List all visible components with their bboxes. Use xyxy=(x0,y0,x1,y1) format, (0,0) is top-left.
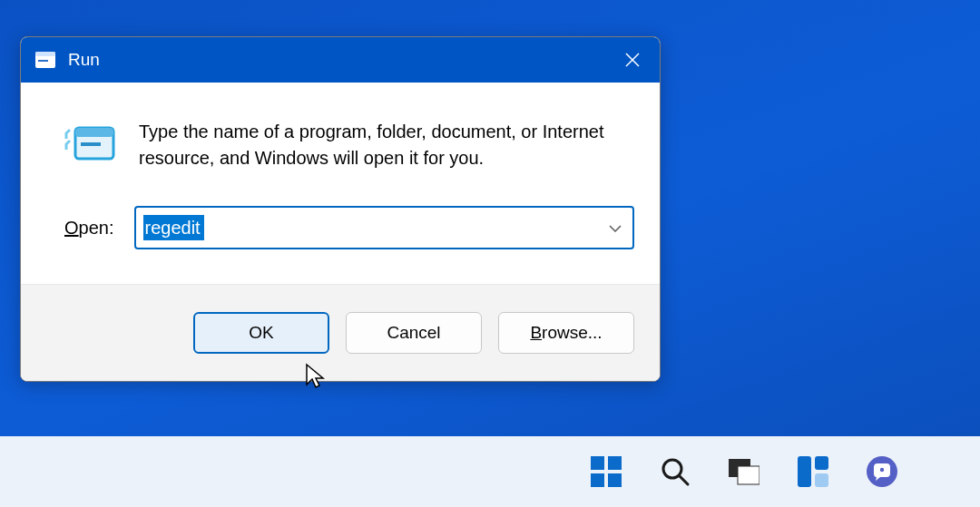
chat-icon xyxy=(866,455,898,488)
svg-point-20 xyxy=(880,468,884,472)
svg-rect-9 xyxy=(608,456,622,470)
svg-rect-17 xyxy=(815,456,828,470)
window-title: Run xyxy=(68,50,100,70)
svg-rect-15 xyxy=(738,466,760,484)
svg-rect-6 xyxy=(75,128,113,137)
run-app-icon xyxy=(35,52,55,68)
run-dialog-window: Run Type the name of a program, folder, … xyxy=(20,36,661,382)
cancel-button[interactable]: Cancel xyxy=(346,312,482,354)
ok-button[interactable]: OK xyxy=(193,312,329,354)
chat-button[interactable] xyxy=(866,455,898,488)
svg-line-13 xyxy=(680,476,688,484)
svg-rect-10 xyxy=(591,473,604,487)
input-row: Open: regedit xyxy=(21,199,660,284)
svg-rect-8 xyxy=(591,456,604,470)
svg-rect-16 xyxy=(798,456,811,487)
desktop-background: Run Type the name of a program, folder, … xyxy=(0,0,980,507)
titlebar[interactable]: Run xyxy=(21,37,660,83)
svg-rect-7 xyxy=(81,142,101,146)
svg-rect-2 xyxy=(38,60,48,62)
svg-rect-18 xyxy=(815,473,828,487)
close-icon xyxy=(624,52,641,68)
run-body-icon xyxy=(64,122,115,168)
button-row: OK Cancel Browse... xyxy=(21,284,660,381)
search-icon xyxy=(660,456,691,487)
windows-logo-icon xyxy=(591,456,622,487)
widgets-icon xyxy=(798,456,828,487)
task-view-icon xyxy=(729,457,760,486)
close-button[interactable] xyxy=(605,37,660,83)
open-combobox[interactable]: regedit xyxy=(134,206,635,249)
svg-rect-1 xyxy=(35,52,55,56)
dialog-description: Type the name of a program, folder, docu… xyxy=(139,119,634,171)
taskbar[interactable] xyxy=(0,436,980,507)
dialog-body: Type the name of a program, folder, docu… xyxy=(21,83,660,199)
task-view-button[interactable] xyxy=(728,455,760,488)
svg-rect-11 xyxy=(608,473,622,487)
open-label: Open: xyxy=(64,218,114,239)
search-button[interactable] xyxy=(659,455,691,488)
widgets-button[interactable] xyxy=(797,455,829,488)
start-button[interactable] xyxy=(590,455,622,488)
open-input[interactable]: regedit xyxy=(134,206,635,249)
input-selected-text: regedit xyxy=(143,215,204,240)
browse-button[interactable]: Browse... xyxy=(498,312,634,354)
